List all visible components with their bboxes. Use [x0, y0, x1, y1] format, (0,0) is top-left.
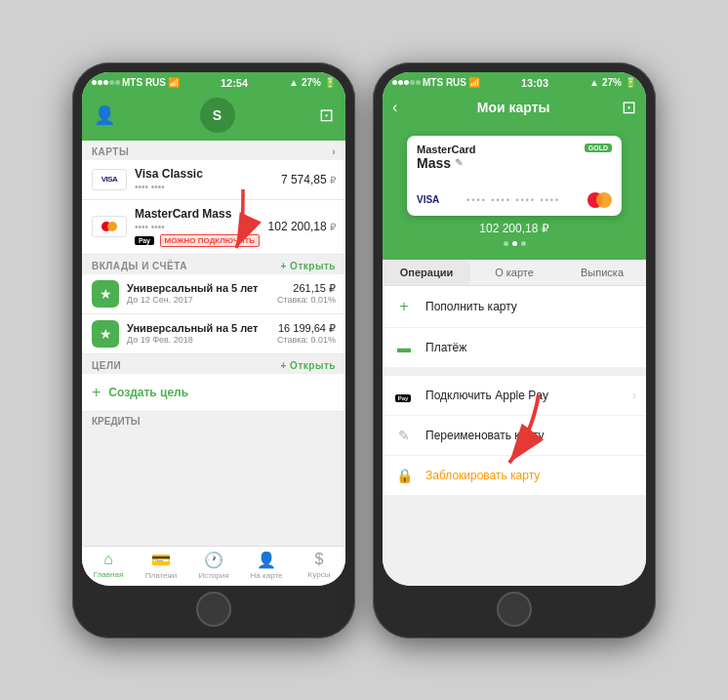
carrier-1: MTS RUS	[122, 77, 166, 88]
tab-history[interactable]: 🕐 История	[187, 551, 240, 580]
home-tab-label: Главная	[94, 570, 123, 579]
indicator-dot-3	[521, 241, 526, 246]
qr-icon-1[interactable]: ⊡	[319, 104, 334, 126]
status-bar-1: MTS RUS 📶 12:54 ▲ 27% 🔋	[82, 72, 345, 92]
actions-list: + Пополнить карту ▬ Платёж Pay Подключит…	[383, 286, 646, 586]
deposit-item-2[interactable]: ★ Универсальный на 5 лет До 19 Фев. 2018…	[82, 314, 345, 354]
mc-card-name: MasterCard Mass	[135, 207, 268, 221]
card-display: MasterCard Mass ✎ GOLD VISA •••• •••• ••…	[383, 126, 646, 260]
home-button-2[interactable]	[497, 592, 532, 627]
map-tab-label: На карте	[251, 571, 283, 580]
apple-pay-badge: Pay	[395, 394, 412, 402]
deposit-rate-1: Ставка: 0.01%	[277, 295, 336, 305]
tab-operations[interactable]: Операции	[383, 260, 470, 285]
tab-bar-1: ⌂ Главная 💳 Платежи 🕐 История 👤 На карте…	[82, 546, 345, 586]
profile-icon-1[interactable]: 👤	[94, 104, 115, 126]
cards-arrow: ›	[332, 146, 336, 157]
card-visual-footer: VISA •••• •••• •••• ••••	[417, 192, 612, 208]
visa-card-dots: •••• ••••	[135, 182, 281, 192]
card-sub-name: Mass ✎	[417, 155, 476, 171]
mastercard-card-item[interactable]: MasterCard Mass •••• •••• Pay МОЖНО ПОДК…	[82, 200, 345, 255]
mc-card-amount: 102 200,18 ₽	[268, 220, 336, 233]
scroll-content-1: КАРТЫ › VISA Visa Classic •••• •••• 7 57…	[82, 141, 345, 546]
time-1: 12:54	[221, 77, 248, 89]
deposit-item-1[interactable]: ★ Универсальный на 5 лет До 12 Сен. 2017…	[82, 274, 345, 314]
deposit-info-2: Универсальный на 5 лет До 19 Фев. 2018	[127, 322, 277, 345]
block-text: Заблокировать карту	[425, 469, 636, 482]
nav-bar-2: ‹ Мои карты ⊡	[383, 92, 646, 126]
deposit-value-2: 16 199,64 ₽	[277, 322, 336, 335]
deposits-open-btn[interactable]: + Открыть	[281, 261, 337, 271]
status-right-2: ▲ 27% 🔋	[589, 77, 636, 88]
wifi-icon-2: 📶	[468, 77, 480, 88]
mc-logo-card	[587, 192, 612, 208]
tab-rates[interactable]: $ Курсы	[293, 551, 345, 580]
create-goal-icon: +	[92, 384, 101, 401]
apple-pay-icon: Pay	[392, 388, 416, 403]
visa-currency: ₽	[330, 175, 336, 185]
deposits-label: ВКЛАДЫ И СЧЁТА	[92, 261, 187, 271]
home-tab-icon: ⌂	[103, 551, 113, 568]
action-apple-pay[interactable]: Pay Подключить Apple Pay ›	[383, 376, 646, 416]
home-button-1[interactable]	[196, 592, 231, 627]
action-payment[interactable]: ▬ Платёж	[383, 328, 646, 368]
cards-label: КАРТЫ	[92, 146, 129, 157]
phone-1: MTS RUS 📶 12:54 ▲ 27% 🔋 👤 S ⊡	[72, 62, 355, 638]
visa-card-name: Visa Classic	[135, 167, 281, 181]
visa-logo-card: VISA	[417, 194, 439, 205]
tab-payments[interactable]: 💳 Платежи	[135, 551, 187, 580]
indicator-dot-2	[512, 241, 517, 246]
back-button[interactable]: ‹	[392, 99, 397, 116]
goals-open-btn[interactable]: + Открыть	[281, 360, 337, 371]
deposit-name-2: Универсальный на 5 лет	[127, 322, 277, 334]
time-2: 13:03	[521, 77, 548, 89]
visa-logo-icon: VISA	[92, 169, 127, 190]
mc-card-dots: •••• •••• Pay МОЖНО ПОДКЛЮЧИТЬ	[135, 222, 268, 247]
visa-card-info: Visa Classic •••• ••••	[135, 167, 281, 192]
share-icon-2[interactable]: ⊡	[622, 97, 636, 118]
status-left-1: MTS RUS 📶	[92, 77, 180, 88]
card-visual-header: MasterCard Mass ✎ GOLD	[417, 144, 612, 171]
action-block[interactable]: 🔒 Заблокировать карту	[383, 456, 646, 496]
goals-label: ЦЕЛИ	[92, 360, 121, 371]
visa-amount-value: 7 574,85	[281, 173, 327, 186]
block-icon: 🔒	[392, 468, 416, 483]
deposit-icon-1: ★	[92, 280, 119, 308]
deposit-amount-1: 261,15 ₽ Ставка: 0.01%	[277, 282, 336, 305]
payment-icon: ▬	[392, 340, 416, 355]
apple-pay-text: Подключить Apple Pay	[425, 389, 632, 402]
action-top-up[interactable]: + Пополнить карту	[383, 286, 646, 328]
indicator-dot-1	[504, 241, 508, 246]
visa-card-item[interactable]: VISA Visa Classic •••• •••• 7 574,85 ₽	[82, 160, 345, 200]
carrier-2: MTS RUS	[423, 77, 466, 88]
nav-bar-1: 👤 S ⊡	[82, 92, 345, 141]
deposit-icon-2: ★	[92, 320, 119, 348]
payment-text: Платёж	[425, 341, 636, 354]
tab-about-card[interactable]: О карте	[470, 260, 558, 285]
tab-home[interactable]: ⌂ Главная	[82, 551, 135, 580]
tab-map[interactable]: 👤 На карте	[240, 551, 293, 580]
cards-section-header: КАРТЫ ›	[82, 141, 345, 160]
map-tab-icon: 👤	[257, 551, 276, 569]
action-rename[interactable]: ✎ Переименовать карту	[383, 416, 646, 456]
goals-section-header: ЦЕЛИ + Открыть	[82, 354, 345, 374]
edit-icon[interactable]: ✎	[455, 157, 463, 168]
mc-amount-value: 102 200,18	[268, 220, 327, 233]
create-goal-item[interactable]: + Создать цель	[82, 374, 345, 412]
phone-2: MTS RUS 📶 13:03 ▲ 27% 🔋 ‹ Мои карты ⊡	[373, 62, 656, 638]
credits-label: КРЕДИТЫ	[82, 412, 345, 429]
battery-1: 27%	[302, 77, 321, 88]
deposit-name-1: Универсальный на 5 лет	[127, 282, 277, 294]
mc-currency: ₽	[330, 222, 336, 232]
rates-tab-icon: $	[315, 551, 324, 568]
top-up-text: Пополнить карту	[425, 300, 636, 313]
battery-icon-1: 🔋	[324, 77, 336, 88]
card-badge: GOLD	[585, 144, 612, 152]
tab-statement[interactable]: Выписка	[558, 260, 646, 285]
deposit-amount-2: 16 199,64 ₽ Ставка: 0.01%	[277, 322, 336, 345]
battery-2: 27%	[602, 77, 622, 88]
rename-icon: ✎	[392, 428, 416, 443]
card-brand-name: MasterCard	[417, 144, 476, 155]
rename-text: Переименовать карту	[425, 429, 636, 442]
applepay-badge: Pay	[135, 236, 154, 245]
